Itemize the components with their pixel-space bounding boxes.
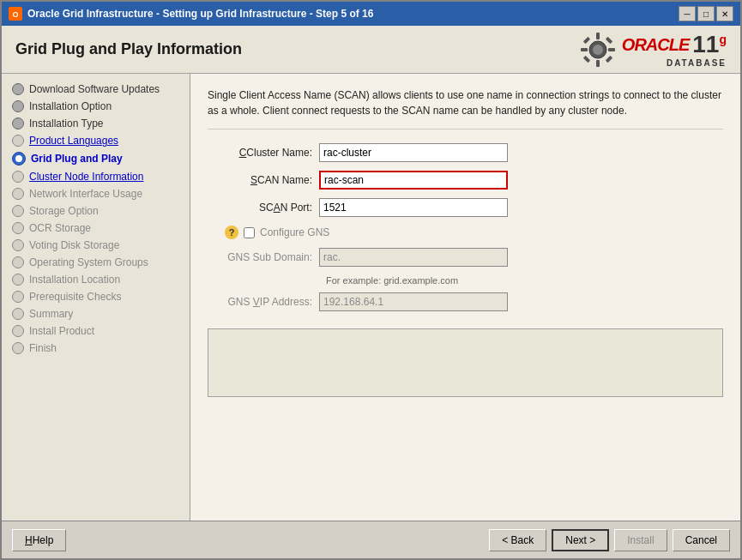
description-text: Single Client Access Name (SCAN) allows … bbox=[208, 87, 723, 129]
sidebar-item-label-14: Install Product bbox=[29, 325, 94, 337]
content-area: Download Software UpdatesInstallation Op… bbox=[2, 74, 740, 521]
sidebar-item-label-7: Storage Option bbox=[29, 205, 99, 217]
step-dot-11 bbox=[12, 274, 24, 286]
step-dot-12 bbox=[12, 291, 24, 303]
sidebar-item-15: Finish bbox=[2, 340, 190, 357]
info-box bbox=[208, 328, 723, 397]
sidebar-item-3[interactable]: Product Languages bbox=[2, 132, 190, 149]
scan-name-row: SCAN Name: bbox=[208, 171, 723, 190]
scan-name-label: SCAN Name: bbox=[208, 174, 319, 186]
configure-gns-row: ? Configure GNS bbox=[208, 226, 723, 239]
gns-subdomain-input bbox=[319, 248, 508, 267]
sidebar-item-8: OCR Storage bbox=[2, 220, 190, 237]
sidebar-item-7: Storage Option bbox=[2, 202, 190, 220]
sidebar-item-label-5: Cluster Node Information bbox=[29, 171, 143, 183]
sidebar-item-13: Summary bbox=[2, 305, 190, 322]
sidebar-item-label-11: Installation Location bbox=[29, 274, 120, 286]
sidebar-item-6: Network Interface Usage bbox=[2, 185, 190, 202]
main-window: O Oracle Grid Infrastructure - Setting u… bbox=[0, 0, 742, 560]
back-button[interactable]: < Back bbox=[489, 529, 546, 551]
sidebar-item-label-13: Summary bbox=[29, 308, 73, 320]
gear-icon bbox=[577, 29, 618, 70]
svg-point-3 bbox=[593, 45, 603, 55]
sidebar-item-label-9: Voting Disk Storage bbox=[29, 239, 119, 251]
step-dot-15 bbox=[12, 342, 24, 354]
window-title: Oracle Grid Infrastructure - Setting up … bbox=[27, 8, 373, 20]
step-dot-3 bbox=[12, 135, 24, 147]
sidebar-item-12: Prerequisite Checks bbox=[2, 288, 190, 305]
sidebar-item-label-1: Installation Option bbox=[29, 100, 112, 112]
gns-vip-input bbox=[319, 292, 508, 311]
svg-rect-10 bbox=[583, 55, 590, 62]
gns-subdomain-row: GNS Sub Domain: bbox=[208, 248, 723, 267]
sidebar-item-11: Installation Location bbox=[2, 271, 190, 288]
oracle-logo: ORACLE 11g DATABASE bbox=[577, 29, 727, 70]
svg-rect-9 bbox=[606, 36, 612, 43]
help-icon: ? bbox=[225, 226, 238, 239]
footer-right: < Back Next > Install Cancel bbox=[489, 529, 730, 551]
sidebar-item-14: Install Product bbox=[2, 322, 190, 340]
page-title: Grid Plug and Play Information bbox=[15, 40, 242, 58]
oracle-version: 11g bbox=[692, 31, 727, 58]
header: Grid Plug and Play Information bbox=[2, 26, 740, 74]
footer-left: HHelp bbox=[12, 529, 66, 551]
install-button[interactable]: Install bbox=[614, 529, 667, 551]
scan-name-input[interactable] bbox=[319, 171, 508, 190]
configure-gns-label[interactable]: Configure GNS bbox=[260, 226, 329, 238]
sidebar-item-label-2: Installation Type bbox=[29, 117, 104, 129]
minimize-button[interactable]: ─ bbox=[679, 6, 696, 21]
step-dot-6 bbox=[12, 188, 24, 200]
sidebar-item-0[interactable]: Download Software Updates bbox=[2, 81, 190, 98]
configure-gns-checkbox[interactable] bbox=[244, 227, 255, 238]
sidebar-item-label-10: Operating System Groups bbox=[29, 256, 148, 268]
help-button[interactable]: HHelp bbox=[12, 529, 66, 551]
sidebar-item-4[interactable]: Grid Plug and Play bbox=[2, 149, 190, 168]
gns-vip-label: GNS VIP Address: bbox=[208, 296, 319, 308]
step-dot-2 bbox=[12, 117, 24, 129]
sidebar-item-2[interactable]: Installation Type bbox=[2, 115, 190, 132]
step-dot-5 bbox=[12, 171, 24, 183]
sidebar-item-label-6: Network Interface Usage bbox=[29, 188, 142, 200]
next-button[interactable]: Next > bbox=[552, 529, 609, 551]
sidebar-item-label-4: Grid Plug and Play bbox=[31, 153, 123, 165]
step-dot-0 bbox=[12, 83, 24, 95]
oracle-brand-text: ORACLE bbox=[622, 35, 689, 55]
svg-point-12 bbox=[15, 155, 22, 162]
close-button[interactable]: ✕ bbox=[716, 6, 733, 21]
step-dot-8 bbox=[12, 222, 24, 234]
step-dot-9 bbox=[12, 239, 24, 251]
svg-rect-8 bbox=[583, 36, 590, 43]
scan-port-label: SCAN Port: bbox=[208, 202, 319, 214]
svg-text:O: O bbox=[12, 10, 18, 19]
maximize-button[interactable]: □ bbox=[697, 6, 715, 21]
title-bar-controls: ─ □ ✕ bbox=[679, 6, 733, 21]
scan-port-input[interactable] bbox=[319, 198, 508, 217]
sidebar: Download Software UpdatesInstallation Op… bbox=[2, 74, 190, 521]
svg-rect-4 bbox=[596, 33, 600, 39]
svg-rect-6 bbox=[581, 48, 588, 51]
title-bar-left: O Oracle Grid Infrastructure - Setting u… bbox=[9, 7, 373, 21]
oracle-logo-text: ORACLE 11g DATABASE bbox=[622, 31, 727, 68]
sidebar-item-5[interactable]: Cluster Node Information bbox=[2, 168, 190, 185]
step-dot-4 bbox=[12, 152, 26, 166]
step-dot-7 bbox=[12, 205, 24, 217]
gns-vip-row: GNS VIP Address: bbox=[208, 292, 723, 311]
footer: HHelp < Back Next > Install Cancel bbox=[2, 521, 740, 558]
oracle-db-label: DATABASE bbox=[667, 58, 727, 68]
step-dot-1 bbox=[12, 100, 24, 112]
sidebar-item-label-0: Download Software Updates bbox=[29, 83, 160, 95]
title-bar: O Oracle Grid Infrastructure - Setting u… bbox=[2, 2, 740, 26]
form-area: CCluster Name: SCAN Name: SCAN Port: bbox=[208, 143, 723, 507]
sidebar-item-9: Voting Disk Storage bbox=[2, 237, 190, 254]
sidebar-item-10: Operating System Groups bbox=[2, 254, 190, 271]
gns-example-text: For example: grid.example.com bbox=[326, 275, 723, 286]
cluster-name-input[interactable] bbox=[319, 143, 508, 162]
cluster-name-label: CCluster Name: bbox=[208, 147, 319, 159]
cancel-button[interactable]: Cancel bbox=[673, 529, 730, 551]
gns-subdomain-label: GNS Sub Domain: bbox=[208, 251, 319, 263]
sidebar-item-label-12: Prerequisite Checks bbox=[29, 291, 121, 303]
app-icon: O bbox=[9, 7, 22, 21]
step-dot-13 bbox=[12, 308, 24, 320]
sidebar-item-1[interactable]: Installation Option bbox=[2, 98, 190, 115]
step-dot-14 bbox=[12, 325, 24, 337]
